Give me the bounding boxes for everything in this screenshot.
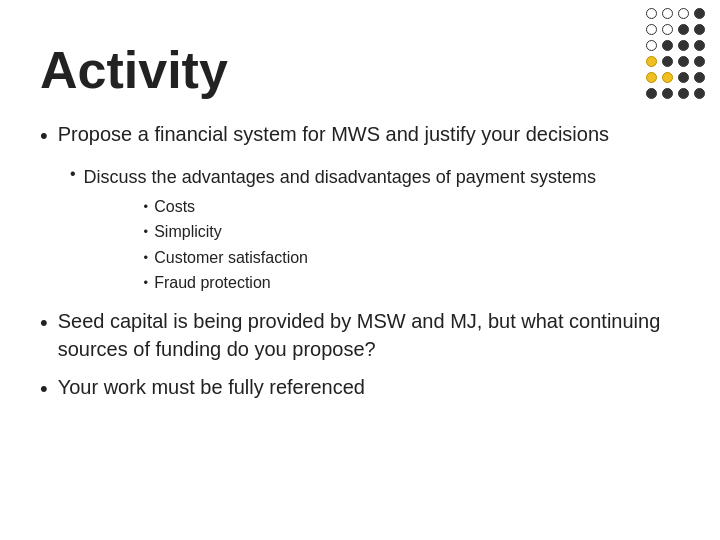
dot	[662, 56, 673, 67]
dot	[678, 88, 689, 99]
slide-title: Activity	[40, 40, 680, 100]
bullet-text: Costs	[154, 196, 195, 218]
dot	[678, 72, 689, 83]
bullet-marker: •	[70, 163, 76, 185]
dot	[678, 56, 689, 67]
bullet-l2-content: Discuss the advantages and disadvantages…	[84, 162, 596, 301]
dot	[678, 8, 689, 19]
dot	[662, 40, 673, 51]
dot	[678, 40, 689, 51]
dot	[694, 24, 705, 35]
dot	[662, 88, 673, 99]
dot	[646, 72, 657, 83]
dot	[662, 72, 673, 83]
bullet-l3-3: • Customer satisfaction	[144, 247, 596, 269]
bullet-l3-4: • Fraud protection	[144, 272, 596, 294]
bullet-l1-3: • Your work must be fully referenced	[40, 373, 680, 405]
bullet-marker: •	[144, 274, 149, 292]
bullet-l1-1: • Propose a financial system for MWS and…	[40, 120, 680, 152]
slide: Activity • Propose a financial system fo…	[0, 0, 720, 540]
bullet-text: Propose a financial system for MWS and j…	[58, 120, 609, 148]
bullet-marker: •	[144, 249, 149, 267]
bullet-marker: •	[144, 223, 149, 241]
bullet-l3-2: • Simplicity	[144, 221, 596, 243]
bullet-text: Customer satisfaction	[154, 247, 308, 269]
bullet-marker: •	[144, 198, 149, 216]
dot	[646, 40, 657, 51]
dot	[694, 88, 705, 99]
bullet-text: Simplicity	[154, 221, 222, 243]
bullet-text: Fraud protection	[154, 272, 271, 294]
bullet-marker: •	[40, 308, 48, 339]
bullet-text: Your work must be fully referenced	[58, 373, 365, 401]
dot	[646, 24, 657, 35]
bullet-marker: •	[40, 374, 48, 405]
bullet-l3-1: • Costs	[144, 196, 596, 218]
dot	[646, 88, 657, 99]
dots-decoration	[646, 8, 708, 102]
bullet-l2-1: • Discuss the advantages and disadvantag…	[70, 162, 680, 301]
bullet-l1-2: • Seed capital is being provided by MSW …	[40, 307, 680, 363]
dot	[694, 8, 705, 19]
dot	[678, 24, 689, 35]
dot	[662, 24, 673, 35]
bullet-marker: •	[40, 121, 48, 152]
sub-bullets-l3: • Costs • Simplicity • Customer satisfac…	[84, 196, 596, 295]
slide-content: • Propose a financial system for MWS and…	[40, 120, 680, 404]
bullet-text: Seed capital is being provided by MSW an…	[58, 307, 680, 363]
sub-bullets-1: • Discuss the advantages and disadvantag…	[40, 162, 680, 301]
dot	[662, 8, 673, 19]
dot	[646, 8, 657, 19]
dot	[694, 72, 705, 83]
dot	[694, 40, 705, 51]
dot	[646, 56, 657, 67]
bullet-text: Discuss the advantages and disadvantages…	[84, 167, 596, 187]
dot	[694, 56, 705, 67]
